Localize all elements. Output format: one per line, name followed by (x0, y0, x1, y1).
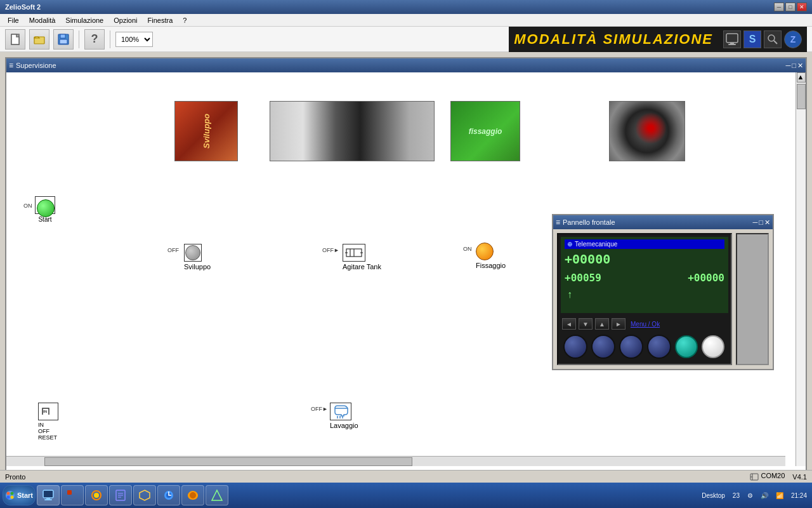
zelio-icon[interactable]: Z (784, 30, 802, 48)
pf-btn-3[interactable] (619, 335, 643, 359)
pf-btn-1[interactable] (563, 335, 587, 359)
in-label: IN (38, 422, 44, 428)
window-controls: ─ □ ✕ (774, 3, 807, 11)
supervisione-title-label: ≡ Supervisione (9, 61, 56, 70)
svg-point-62 (94, 493, 99, 498)
svg-point-9 (768, 35, 775, 41)
supervisione-title-bar: ≡ Supervisione ─ □ ✕ (6, 58, 806, 72)
pf-max-btn[interactable]: □ (759, 218, 763, 227)
lavaggio-label: Lavaggio (330, 422, 358, 429)
pf-menu-ok[interactable]: Menu / Ok (631, 321, 660, 328)
search-icon[interactable] (764, 30, 782, 48)
off-sviluppo-label: OFF (167, 247, 179, 253)
svg-point-53 (10, 492, 13, 495)
off-lavaggio-label: OFF► (311, 406, 328, 412)
pf-brand-name: Telemecanique (575, 241, 617, 248)
v-scroll-up[interactable]: ▲ (797, 72, 806, 83)
sviluppo-indicator (185, 245, 200, 260)
supervisione-close-btn[interactable]: ✕ (797, 62, 803, 70)
reset-icon-box: IN (38, 403, 58, 420)
fissaggio-indicator (476, 243, 494, 260)
h-scrollbar-thumb[interactable] (44, 457, 412, 466)
svg-rect-8 (727, 34, 737, 42)
v-scrollbar[interactable]: ▲ (796, 72, 806, 466)
agitare-image (270, 101, 435, 161)
monitor-icon[interactable] (723, 30, 741, 48)
desktop-label[interactable]: Desktop (699, 492, 728, 499)
svg-rect-59 (44, 499, 52, 500)
sviluppo-icon-box (184, 244, 202, 262)
pf-close-btn[interactable]: ✕ (764, 218, 770, 227)
maximize-btn[interactable]: □ (785, 3, 796, 11)
pf-display-line2: +00059 +00000 (565, 272, 724, 284)
svg-rect-3 (60, 34, 65, 38)
v-scroll-thumb[interactable] (797, 84, 806, 109)
taskbar-app-1[interactable] (37, 485, 60, 505)
s-icon[interactable]: S (743, 30, 761, 48)
start-button[interactable]: Start (3, 485, 36, 505)
help-button[interactable]: ? (84, 29, 105, 50)
svg-point-52 (6, 492, 10, 495)
app-header-title: MODALITÀ SIMULAZIONE (514, 31, 713, 48)
pf-nav-down[interactable]: ▼ (579, 318, 593, 330)
risciacquo-image (609, 101, 685, 161)
pf-brand-bar: ⊕ Telemecanique (565, 239, 724, 249)
taskbar-app-8[interactable] (206, 485, 228, 505)
status-bar: Pronto COM20 V4.1 (0, 470, 812, 483)
close-btn[interactable]: ✕ (797, 3, 807, 11)
h-scrollbar[interactable] (6, 456, 785, 466)
svg-rect-6 (730, 43, 734, 44)
pf-win-controls: ─ □ ✕ (753, 218, 770, 227)
pf-btn-2[interactable] (591, 335, 615, 359)
menu-bar: File Modalità Simulazione Opzioni Finest… (0, 14, 812, 27)
new-button[interactable] (5, 29, 25, 50)
reset-control: IN IN OFF RESET (38, 403, 58, 441)
menu-finestra[interactable]: Finestra (143, 15, 178, 25)
menu-file[interactable]: File (3, 15, 24, 25)
pf-btn-4[interactable] (647, 335, 671, 359)
supervisione-icon: ≡ (9, 61, 13, 70)
menu-help[interactable]: ? (178, 15, 192, 25)
pf-button-row (558, 332, 731, 364)
taskbar-app-4[interactable] (109, 485, 132, 505)
pf-btn-teal[interactable] (675, 335, 698, 358)
pf-nav-up[interactable]: ▲ (595, 318, 609, 330)
tray-network: 📶 (773, 492, 786, 499)
open-button[interactable] (29, 29, 49, 50)
pf-cursor-line: ↑ (565, 289, 724, 300)
app-title: ZelioSoft 2 (5, 3, 41, 11)
start-green-led (37, 199, 55, 217)
svg-rect-60 (67, 490, 72, 495)
taskbar-app-7[interactable] (181, 485, 204, 505)
menu-modalita[interactable]: Modalità (24, 15, 61, 25)
pannello-frontale-window: ≡ Pannello frontale ─ □ ✕ ⊕ Telemecaniqu… (552, 214, 774, 370)
taskbar-app-5[interactable] (133, 485, 156, 505)
svg-rect-57 (44, 491, 53, 497)
com-port: COM20 (750, 472, 785, 481)
fissaggio-label: Fissaggio (476, 262, 506, 269)
zoom-select[interactable]: 100% 50% 75% 125% 150% (115, 32, 153, 47)
sviluppo-label: Sviluppo (184, 263, 211, 271)
on-fissaggio-label: ON (463, 246, 472, 252)
pf-body: ⊕ Telemecanique +00000 +00059 +00000 ↑ (553, 229, 773, 369)
taskbar-app-6[interactable] (157, 485, 180, 505)
pf-display: ⊕ Telemecanique +00000 +00059 +00000 ↑ (561, 237, 728, 313)
taskbar-app-2[interactable] (61, 485, 84, 505)
taskbar-app-3[interactable] (85, 485, 108, 505)
pf-min-btn[interactable]: ─ (753, 218, 758, 227)
menu-simulazione[interactable]: Simulazione (60, 15, 108, 25)
supervisione-win-controls: ─ □ ✕ (786, 62, 803, 70)
menu-opzioni[interactable]: Opzioni (108, 15, 142, 25)
svg-rect-7 (728, 44, 736, 45)
pf-nav-right[interactable]: ► (612, 318, 625, 330)
supervisione-min-btn[interactable]: ─ (786, 62, 791, 70)
svg-line-10 (774, 41, 777, 44)
pf-btn-white[interactable] (702, 335, 724, 358)
status-right: COM20 V4.1 (750, 472, 807, 481)
supervisione-max-btn[interactable]: □ (792, 62, 796, 70)
fissaggio-image: fissaggio (450, 101, 520, 161)
pf-nav-left[interactable]: ◄ (562, 318, 576, 330)
save-button[interactable] (53, 29, 74, 50)
tray-icon-2: 🔊 (758, 492, 771, 499)
minimize-btn[interactable]: ─ (774, 3, 784, 11)
